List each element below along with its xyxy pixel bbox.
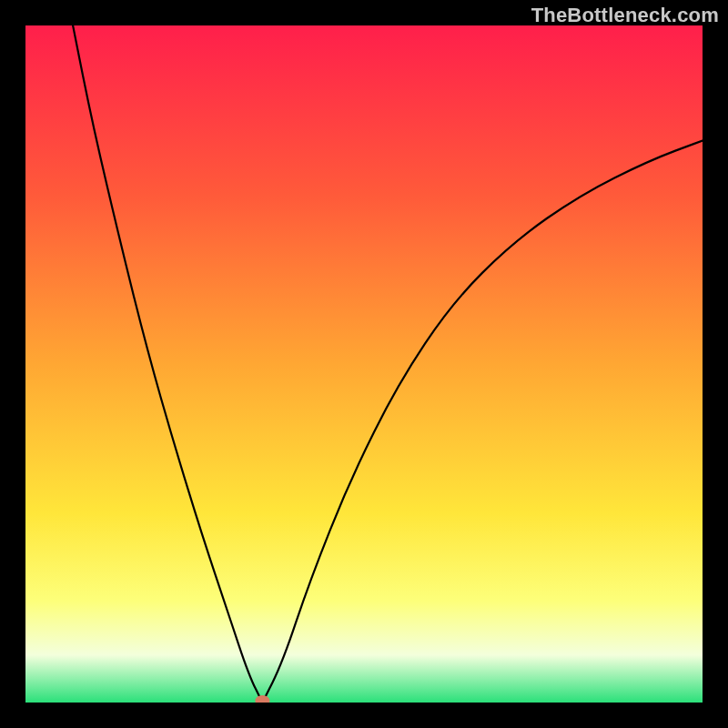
plot-area bbox=[25, 25, 703, 703]
watermark-text: TheBottleneck.com bbox=[531, 4, 719, 27]
chart-frame: TheBottleneck.com bbox=[0, 0, 728, 728]
gradient-background bbox=[25, 25, 703, 703]
chart-svg bbox=[25, 25, 703, 703]
